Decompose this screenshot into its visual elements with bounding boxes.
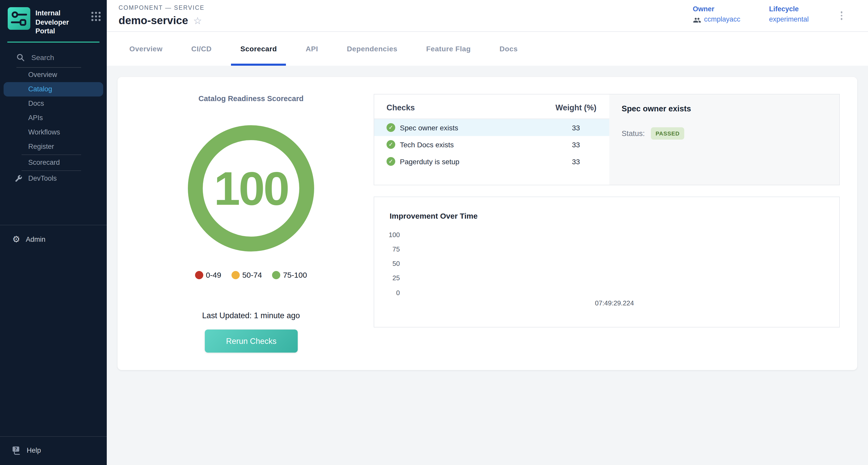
y-tick-0: 0 — [374, 289, 400, 297]
y-tick-100: 100 — [374, 231, 400, 239]
x-tick-timestamp: 07:49:29.224 — [579, 299, 650, 307]
legend-item-mid: 50-74 — [231, 271, 262, 279]
nav-divider — [22, 170, 81, 170]
check-passed-icon: ✓ — [386, 140, 395, 149]
lifecycle-block: Lifecycle experimental — [769, 5, 809, 23]
sidebar-footer: ? Help — [0, 436, 107, 465]
check-detail-title: Spec owner exists — [622, 104, 827, 114]
sidebar-item-workflows[interactable]: Workflows — [0, 125, 107, 140]
legend-dot-red — [195, 271, 203, 279]
check-row-pagerduty[interactable]: ✓Pagerduty is setup 33 — [374, 153, 609, 170]
check-passed-icon: ✓ — [386, 157, 395, 166]
owner-block: Owner ccmplayacc — [693, 5, 740, 23]
app-window: Internal Developer Portal Search Overvie… — [0, 0, 868, 465]
gear-icon: ⚙ — [12, 235, 20, 244]
sidebar-item-catalog[interactable]: Catalog — [4, 82, 103, 96]
score-legend: 0-49 50-74 75-100 — [118, 271, 384, 279]
sidebar-item-devtools[interactable]: DevTools — [0, 171, 107, 186]
main-area: COMPONENT — SERVICE demo-service ☆ Owner… — [107, 0, 868, 465]
lifecycle-label: Lifecycle — [769, 5, 809, 13]
y-tick-75: 75 — [374, 245, 400, 253]
checks-table-header: Checks Weight (%) — [374, 94, 609, 119]
apps-grid-icon[interactable] — [91, 12, 101, 21]
checks-panel: Checks Weight (%) ✓Spec owner exists 33 … — [374, 94, 840, 185]
tab-feature-flag[interactable]: Feature Flag — [426, 32, 471, 66]
y-tick-25: 25 — [374, 274, 400, 282]
chart-title: Improvement Over Time — [390, 212, 477, 220]
legend-dot-green — [272, 271, 281, 279]
more-options-icon[interactable] — [837, 7, 845, 24]
sidebar-item-scorecard[interactable]: Scorecard — [0, 155, 107, 169]
sidebar-item-docs[interactable]: Docs — [0, 96, 107, 111]
portal-logo-icon — [8, 7, 30, 30]
scorecard-title: Catalog Readiness Scorecard — [118, 94, 384, 103]
tab-content: Catalog Readiness Scorecard 100 0-49 50-… — [107, 66, 868, 465]
svg-text:?: ? — [14, 446, 17, 452]
sidebar-nav: Overview Catalog Docs APIs Workflows Reg… — [0, 67, 107, 186]
sidebar: Internal Developer Portal Search Overvie… — [0, 0, 107, 465]
sidebar-item-register[interactable]: Register — [0, 140, 107, 154]
tab-docs[interactable]: Docs — [499, 32, 518, 66]
entity-header: COMPONENT — SERVICE demo-service ☆ Owner… — [107, 0, 868, 32]
breadcrumb: COMPONENT — SERVICE — [119, 5, 205, 11]
status-label: Status: — [622, 129, 645, 137]
sidebar-item-admin[interactable]: ⚙ Admin — [0, 225, 107, 247]
sidebar-item-label: DevTools — [28, 171, 57, 186]
owner-label: Owner — [693, 5, 740, 13]
search-input[interactable]: Search — [17, 53, 81, 67]
scorecard-card: Catalog Readiness Scorecard 100 0-49 50-… — [118, 77, 857, 370]
page-title: demo-service — [119, 14, 188, 27]
legend-item-high: 75-100 — [272, 271, 307, 279]
status-badge: PASSED — [651, 127, 684, 140]
tab-cicd[interactable]: CI/CD — [191, 32, 212, 66]
y-tick-50: 50 — [374, 260, 400, 268]
score-value: 100 — [214, 161, 288, 215]
weight-column-header: Weight (%) — [542, 103, 609, 113]
score-gauge: 100 — [188, 125, 314, 251]
sidebar-item-overview[interactable]: Overview — [0, 67, 107, 82]
search-icon — [17, 53, 25, 61]
legend-dot-amber — [231, 271, 240, 279]
portal-title: Internal Developer Portal — [35, 7, 86, 36]
tab-scorecard[interactable]: Scorecard — [241, 32, 277, 66]
brand-divider — [7, 41, 100, 42]
nav-divider — [22, 154, 81, 155]
check-row-tech-docs[interactable]: ✓Tech Docs exists 33 — [374, 136, 609, 153]
group-icon — [693, 16, 701, 23]
improvement-chart: Improvement Over Time 100 75 50 25 0 07:… — [374, 196, 840, 328]
wrench-icon — [14, 174, 23, 182]
favorite-star-icon[interactable]: ☆ — [193, 16, 202, 25]
search-placeholder: Search — [31, 53, 54, 61]
owner-value: ccmplayacc — [704, 16, 740, 23]
help-icon: ? — [12, 446, 21, 455]
legend-item-low: 0-49 — [195, 271, 221, 279]
tab-api[interactable]: API — [306, 32, 318, 66]
brand: Internal Developer Portal — [0, 0, 107, 36]
tab-dependencies[interactable]: Dependencies — [347, 32, 397, 66]
checks-column-header: Checks — [386, 103, 542, 113]
help-label: Help — [27, 446, 41, 454]
tab-overview[interactable]: Overview — [129, 32, 162, 66]
check-detail-panel: Spec owner exists Status: PASSED — [609, 94, 839, 185]
checks-table: Checks Weight (%) ✓Spec owner exists 33 … — [374, 94, 609, 185]
check-row-spec-owner[interactable]: ✓Spec owner exists 33 — [374, 119, 609, 136]
last-updated-text: Last Updated: 1 minute ago — [118, 311, 384, 320]
check-passed-icon: ✓ — [386, 123, 395, 132]
sidebar-item-apis[interactable]: APIs — [0, 111, 107, 125]
lifecycle-value: experimental — [769, 16, 809, 23]
owner-link[interactable]: ccmplayacc — [693, 16, 740, 23]
admin-label: Admin — [26, 236, 46, 243]
rerun-checks-button[interactable]: Rerun Checks — [205, 330, 298, 352]
help-button[interactable]: ? Help — [12, 446, 107, 455]
entity-tabs: Overview CI/CD Scorecard API Dependencie… — [107, 32, 868, 66]
